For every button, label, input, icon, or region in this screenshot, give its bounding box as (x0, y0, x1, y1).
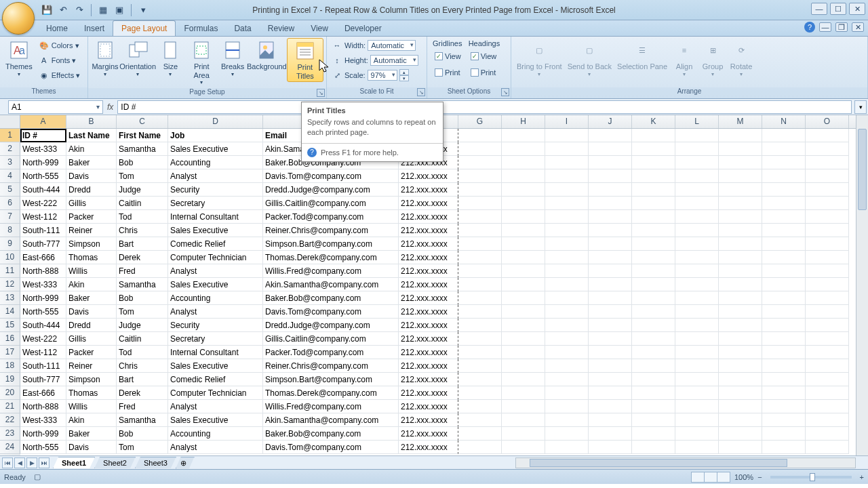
cell-G14[interactable] (458, 305, 502, 319)
fx-icon[interactable]: fx (107, 102, 113, 112)
cell-D1[interactable]: Job (168, 129, 263, 142)
cell-F23[interactable]: 212.xxx.xxxx (399, 427, 458, 441)
cell-H8[interactable] (502, 224, 545, 237)
row-header-20[interactable]: 20 (0, 386, 20, 400)
cell-O1[interactable] (806, 129, 849, 142)
cell-D24[interactable]: Analyst (168, 441, 263, 454)
cell-C16[interactable]: Caitlin (117, 332, 168, 346)
zoom-out-button[interactable]: − (757, 473, 762, 481)
cell-F24[interactable]: 212.xxx.xxxx (399, 441, 458, 454)
zoom-level[interactable]: 100% (734, 473, 753, 481)
cell-E17[interactable]: Packer.Tod@company.com (263, 346, 399, 359)
cell-G17[interactable] (458, 346, 502, 359)
close-workbook-button[interactable]: ✕ (852, 22, 864, 32)
cell-C18[interactable]: Chris (117, 359, 168, 373)
cell-B20[interactable]: Thomas (66, 386, 117, 400)
cell-O19[interactable] (806, 373, 849, 386)
cell-I21[interactable] (545, 400, 589, 413)
cell-A21[interactable]: North-888 (20, 400, 66, 413)
cell-O21[interactable] (806, 400, 849, 413)
cell-L4[interactable] (675, 169, 719, 183)
scale-input[interactable]: 97% (368, 70, 397, 81)
cell-B9[interactable]: Simpson (66, 237, 117, 251)
cell-M23[interactable] (719, 427, 762, 441)
cell-E19[interactable]: Simpson.Bart@company.com (263, 373, 399, 386)
cell-I16[interactable] (545, 332, 589, 346)
cell-C11[interactable]: Fred (117, 264, 168, 278)
cell-I23[interactable] (545, 427, 589, 441)
cell-N10[interactable] (762, 251, 806, 264)
cell-N7[interactable] (762, 210, 806, 224)
cell-G22[interactable] (458, 413, 502, 427)
formula-input[interactable]: ID # (117, 100, 852, 114)
cell-G3[interactable] (458, 156, 502, 169)
cell-J20[interactable] (589, 386, 632, 400)
cell-F16[interactable]: 212.xxx.xxxx (399, 332, 458, 346)
cell-J19[interactable] (589, 373, 632, 386)
cell-J11[interactable] (589, 264, 632, 278)
cell-H6[interactable] (502, 197, 545, 210)
worksheet-grid[interactable]: ABCDEFGHIJKLMNO 123456789101112131415161… (0, 115, 868, 455)
tab-home[interactable]: Home (38, 21, 76, 36)
cell-K12[interactable] (632, 278, 675, 291)
cell-K20[interactable] (632, 386, 675, 400)
headings-print-checkbox[interactable]: Print (469, 65, 500, 80)
cell-H9[interactable] (502, 237, 545, 251)
row-header-9[interactable]: 9 (0, 237, 20, 251)
cell-I14[interactable] (545, 305, 589, 319)
cell-I2[interactable] (545, 142, 589, 156)
cell-H24[interactable] (502, 441, 545, 454)
cell-F5[interactable]: 212.xxx.xxxx (399, 183, 458, 197)
cell-D21[interactable]: Analyst (168, 400, 263, 413)
cell-C22[interactable]: Samantha (117, 413, 168, 427)
cell-O11[interactable] (806, 264, 849, 278)
row-header-18[interactable]: 18 (0, 359, 20, 373)
cell-O14[interactable] (806, 305, 849, 319)
cell-L13[interactable] (675, 291, 719, 305)
vertical-scrollbar[interactable] (856, 115, 868, 455)
cell-J15[interactable] (589, 319, 632, 332)
cell-C1[interactable]: First Name (117, 129, 168, 142)
cell-N17[interactable] (762, 346, 806, 359)
cell-D14[interactable]: Analyst (168, 305, 263, 319)
cell-M24[interactable] (719, 441, 762, 454)
cell-D16[interactable]: Secretary (168, 332, 263, 346)
cell-E18[interactable]: Reiner.Chris@company.com (263, 359, 399, 373)
cell-M19[interactable] (719, 373, 762, 386)
cell-D17[interactable]: Internal Consultant (168, 346, 263, 359)
cell-D8[interactable]: Sales Executive (168, 224, 263, 237)
cell-F9[interactable]: 212.xxx.xxxx (399, 237, 458, 251)
cell-H11[interactable] (502, 264, 545, 278)
cell-K10[interactable] (632, 251, 675, 264)
cell-E7[interactable]: Packer.Tod@company.com (263, 210, 399, 224)
cell-M15[interactable] (719, 319, 762, 332)
cell-A9[interactable]: South-777 (20, 237, 66, 251)
column-header-O[interactable]: O (806, 115, 849, 128)
cell-B3[interactable]: Baker (66, 156, 117, 169)
background-button[interactable]: Background (247, 38, 287, 73)
cell-B12[interactable]: Akin (66, 278, 117, 291)
cell-M18[interactable] (719, 359, 762, 373)
column-header-J[interactable]: J (589, 115, 632, 128)
sheet-options-launcher[interactable]: ↘ (501, 88, 509, 96)
cell-C3[interactable]: Bob (117, 156, 168, 169)
cell-F13[interactable]: 212.xxx.xxxx (399, 291, 458, 305)
tab-developer[interactable]: Developer (336, 21, 390, 36)
cell-C9[interactable]: Bart (117, 237, 168, 251)
cell-D20[interactable]: Computer Technician (168, 386, 263, 400)
sheet-nav-last[interactable]: ⏭ (39, 458, 50, 468)
cell-H4[interactable] (502, 169, 545, 183)
cell-F11[interactable]: 212.xxx.xxxx (399, 264, 458, 278)
cell-J22[interactable] (589, 413, 632, 427)
cell-N22[interactable] (762, 413, 806, 427)
tab-data[interactable]: Data (226, 21, 259, 36)
cell-B23[interactable]: Baker (66, 427, 117, 441)
cell-J14[interactable] (589, 305, 632, 319)
cell-G2[interactable] (458, 142, 502, 156)
cell-D15[interactable]: Security (168, 319, 263, 332)
cell-N21[interactable] (762, 400, 806, 413)
cell-F18[interactable]: 212.xxx.xxxx (399, 359, 458, 373)
cell-A8[interactable]: South-111 (20, 224, 66, 237)
cell-D3[interactable]: Accounting (168, 156, 263, 169)
cell-B4[interactable]: Davis (66, 169, 117, 183)
